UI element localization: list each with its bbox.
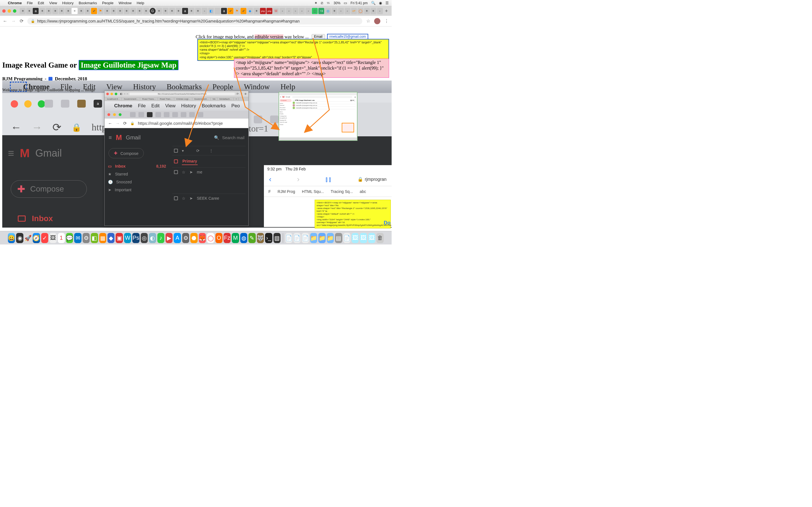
browser-tab[interactable]: ✶ <box>52 8 58 14</box>
ios-tab[interactable]: F <box>268 188 271 195</box>
siri-icon[interactable]: ◉ <box>379 1 382 5</box>
browser-tab[interactable]: a <box>182 8 188 14</box>
dock-app-icon[interactable]: ⚙ <box>83 233 90 243</box>
dock-youtube-icon[interactable]: ▶ <box>165 233 172 243</box>
browser-tab[interactable] <box>214 8 220 14</box>
browser-tab[interactable]: ✶ <box>85 8 91 14</box>
menu-help[interactable]: Help <box>137 1 144 5</box>
dock-ps-icon[interactable]: Ps <box>132 233 139 243</box>
dock-opera-icon[interactable]: O <box>215 233 222 243</box>
browser-tab[interactable]: ▫ <box>338 8 344 14</box>
ios-tab[interactable]: RJM Prog <box>277 188 296 195</box>
browser-tab[interactable]: G <box>150 8 156 14</box>
menu-view[interactable]: View <box>49 1 57 5</box>
dock-spotify-icon[interactable]: ♪ <box>157 233 164 243</box>
browser-tab[interactable]: ✶ <box>124 8 130 14</box>
menu-people[interactable]: People <box>102 1 113 5</box>
dock-image-icon[interactable]: 🖼 <box>360 233 367 243</box>
menu-window[interactable]: Window <box>118 1 132 5</box>
menu-history[interactable]: History <box>62 1 73 5</box>
browser-tab[interactable]: ✶ <box>175 8 182 14</box>
dock-mamp-icon[interactable]: M <box>232 233 239 243</box>
browser-tab[interactable]: ◎ <box>325 8 331 14</box>
app-name[interactable]: Chrome <box>8 1 22 5</box>
dock-app-icon[interactable]: ◐ <box>149 233 156 243</box>
browser-tab[interactable]: ✶ <box>78 8 84 14</box>
browser-tab[interactable]: ✶ <box>364 8 370 14</box>
browser-tab[interactable]: ⚑ <box>98 8 103 14</box>
browser-tab[interactable]: ◫ <box>312 8 318 14</box>
dock-app-icon[interactable]: ◍ <box>240 233 247 243</box>
browser-tab[interactable]: ✶ <box>156 8 162 14</box>
dock-app-icon[interactable]: W <box>124 233 131 243</box>
dock-app-icon[interactable]: ◎ <box>141 233 148 243</box>
browser-tab[interactable]: ✶ <box>110 8 116 14</box>
menu-bookmarks[interactable]: Bookmarks <box>79 1 97 5</box>
html-snippet-textarea[interactable]: <html><BODY><map id="mijigsaw" name="mij… <box>197 39 389 61</box>
browser-tab[interactable]: ✶ <box>39 8 45 14</box>
browser-tab[interactable]: ✔ <box>241 8 246 14</box>
browser-tab[interactable]: ▫ <box>305 8 311 14</box>
dock-app-icon[interactable]: ◆ <box>107 233 114 243</box>
browser-tab[interactable]: ✶ <box>163 8 168 14</box>
browser-tab[interactable]: a <box>33 8 39 14</box>
dock-image-icon[interactable]: 🖼 <box>352 233 359 243</box>
browser-tab[interactable]: ▫ <box>299 8 305 14</box>
browser-tab[interactable]: ✶ <box>46 8 52 14</box>
dock-folder-icon[interactable]: 📁 <box>327 233 334 243</box>
ios-address[interactable]: 🔒rjmprogran <box>357 177 387 182</box>
dock-terminal-icon[interactable]: ›_ <box>265 233 272 243</box>
browser-tab[interactable]: ▫ <box>345 8 350 14</box>
dock-app-icon[interactable]: ⬣ <box>190 233 197 243</box>
dock-folder-icon[interactable]: 📁 <box>310 233 317 243</box>
dock-chrome-icon[interactable]: ◯ <box>207 233 214 243</box>
menu-file[interactable]: File <box>27 1 33 5</box>
zoom-window-button[interactable] <box>13 9 16 13</box>
browser-tab[interactable]: php <box>260 8 266 14</box>
dock-app-icon[interactable]: ✎ <box>248 233 255 243</box>
dock-app-icon[interactable]: ▦ <box>99 233 106 243</box>
dock-doc-icon[interactable]: 📄 <box>343 233 350 243</box>
forward-button[interactable]: → <box>11 18 16 24</box>
ios-tab[interactable]: abc <box>359 188 367 195</box>
browser-tab[interactable]: ✶ <box>117 8 123 14</box>
dock-siri-icon[interactable]: ◉ <box>16 233 23 243</box>
ios-html-snippet[interactable]: <html><BODY><map id="mijigsaw" name="mij… <box>315 200 391 228</box>
chrome-menu-icon[interactable]: ⋮ <box>384 18 389 24</box>
ios-done-button[interactable]: Do <box>384 220 391 226</box>
browser-tab[interactable]: ✶ <box>195 8 201 14</box>
dock-firefox-icon[interactable]: 🦊 <box>199 233 206 243</box>
browser-tab[interactable]: ✔ <box>227 8 234 14</box>
browser-tab[interactable]: ✶ <box>370 8 376 14</box>
browser-tab[interactable]: ✶ <box>26 8 32 14</box>
browser-tab[interactable]: ✶ <box>332 8 338 14</box>
browser-tab[interactable]: ▫ <box>280 8 285 14</box>
browser-tab[interactable]: ✶ <box>143 8 149 14</box>
reload-button[interactable]: ⟳ <box>20 18 23 24</box>
editable-version-link[interactable]: editable version <box>255 34 283 39</box>
dock-app-icon[interactable]: ▣ <box>116 233 123 243</box>
browser-tab[interactable]: cP <box>351 8 357 14</box>
dock-finder-icon[interactable]: 😀 <box>8 233 15 243</box>
dock-image-icon[interactable]: 🖼 <box>368 233 375 243</box>
browser-tab[interactable]: ▫ <box>202 8 207 14</box>
dock-doc-icon[interactable]: 📄 <box>294 233 301 243</box>
dock-preview-icon[interactable]: 🖼 <box>49 233 56 243</box>
close-window-button[interactable] <box>2 9 6 13</box>
dock-stack-icon[interactable]: ▤ <box>335 233 342 243</box>
ios-tab[interactable]: HTML Squ... <box>301 188 324 195</box>
clock[interactable]: Fri 5:41 pm <box>350 1 368 5</box>
dock-launchpad-icon[interactable]: 🚀 <box>24 233 32 243</box>
dock-app-icon[interactable]: ◧ <box>91 233 98 243</box>
dock-folder-icon[interactable]: 📁 <box>318 233 325 243</box>
back-button[interactable]: ← <box>3 18 7 24</box>
notification-center-icon[interactable]: ☰ <box>386 1 389 5</box>
ios-tab[interactable]: Tracing Sq... <box>330 188 354 195</box>
browser-tab[interactable]: ✶ <box>189 8 195 14</box>
browser-tab[interactable]: a <box>221 8 227 14</box>
email-address-input[interactable]: rmetcalfe15@gmail.com <box>327 34 368 40</box>
dock-app-icon[interactable]: ▧ <box>273 233 281 243</box>
dock-gimp-icon[interactable]: 🐺 <box>257 233 264 243</box>
ios-bookmarks-icon[interactable]: ⫿⫿ <box>325 175 332 183</box>
browser-tab[interactable]: ✶ <box>253 8 259 14</box>
